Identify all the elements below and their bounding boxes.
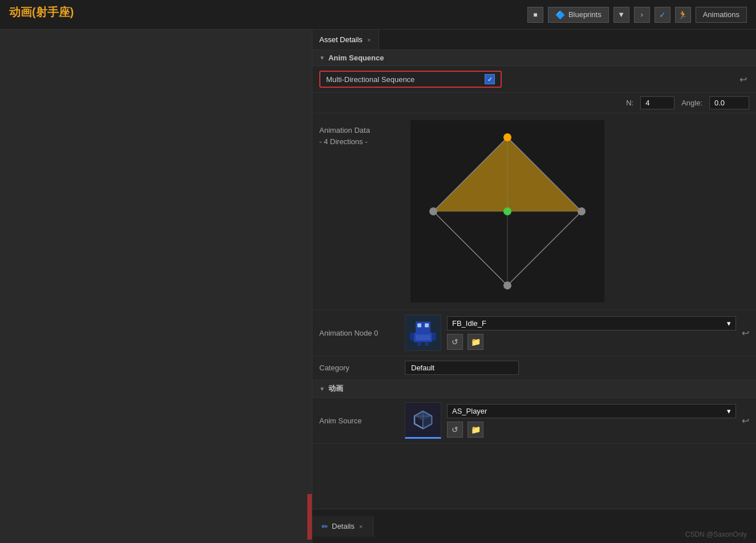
refresh-icon: ↺ — [452, 425, 458, 434]
left-panel — [0, 30, 312, 543]
category-row: Category — [312, 356, 756, 380]
animations-button[interactable]: Animations — [696, 7, 747, 23]
multi-directional-checkbox-container[interactable]: Multi-Directional Sequence ✓ — [319, 71, 502, 88]
anim-section-arrow: ▼ — [319, 386, 325, 392]
tab-asset-details-label: Asset Details — [319, 35, 363, 44]
anim-source-label: Anim Source — [319, 417, 399, 425]
blueprints-button[interactable]: 🔷 Blueprints — [548, 7, 609, 23]
anim-source-icon-row: ↺ 📁 — [447, 422, 736, 438]
person-btn[interactable]: 🏃 — [675, 7, 691, 23]
details-tab-close[interactable]: × — [358, 522, 364, 531]
n-label: N: — [626, 99, 633, 107]
diamond-area: Animation Data - 4 Directions - — [312, 113, 756, 310]
page-title: 动画(射手座) — [9, 5, 74, 20]
animation-node-thumbnail — [405, 315, 441, 351]
chevron-right-btn[interactable]: › — [634, 7, 650, 23]
anim-source-folder-btn[interactable]: 📁 — [468, 422, 483, 438]
anim-source-controls: AS_Player ▾ ↺ 📁 — [447, 404, 736, 438]
tab-details[interactable]: ✏ Details × — [312, 516, 373, 537]
folder-icon: 📁 — [471, 337, 481, 346]
refresh-icon: ↺ — [452, 337, 458, 346]
pencil-icon: ✏ — [322, 522, 328, 531]
dot-center — [503, 207, 511, 215]
folder-icon-btn[interactable]: 📁 — [468, 334, 483, 350]
dot-top — [503, 133, 511, 141]
top-bar: 动画(射手座) ■ 🔷 Blueprints ▼ › ✓ 🏃 Animation… — [0, 0, 756, 30]
anim-sequence-arrow: ▼ — [319, 55, 325, 61]
blueprints-icon: 🔷 — [555, 10, 565, 19]
svg-rect-14 — [425, 324, 429, 328]
angle-label: Angle: — [681, 99, 702, 107]
anim-source-refresh-btn[interactable]: ↺ — [447, 422, 463, 438]
anim-source-reset[interactable]: ↩ — [742, 415, 749, 426]
check-mark: ✓ — [487, 76, 493, 83]
svg-rect-13 — [417, 324, 421, 328]
refresh-icon-btn[interactable]: ↺ — [447, 334, 463, 350]
dot-right — [578, 207, 586, 215]
watermark-text: CSDN @SaxonOnly — [685, 530, 747, 538]
tab-asset-details-close[interactable]: × — [366, 35, 372, 44]
chevron-down-icon: ▾ — [727, 319, 731, 328]
multi-directional-row: Multi-Directional Sequence ✓ ↩ — [312, 66, 756, 93]
dot-bottom — [503, 281, 511, 289]
animation-node-dropdown[interactable]: FB_Idle_F ▾ — [447, 316, 736, 330]
svg-rect-12 — [425, 342, 429, 346]
animation-data-label: Animation Data - 4 Directions - — [319, 120, 399, 147]
anim-source-dropdown-value: AS_Player — [452, 407, 487, 415]
person-icon: 🏃 — [678, 10, 688, 19]
chevron-down-icon: ▼ — [617, 10, 625, 19]
cube-icon — [412, 409, 434, 431]
animation-node-icon-row: ↺ 📁 — [447, 334, 736, 350]
anim-source-thumbnail — [405, 402, 441, 439]
chevron-down-icon: ▾ — [727, 407, 731, 415]
diamond-svg — [410, 120, 604, 303]
top-bar-right: ■ 🔷 Blueprints ▼ › ✓ 🏃 Animations — [527, 7, 747, 23]
watermark: CSDN @SaxonOnly — [685, 530, 747, 538]
svg-rect-11 — [417, 342, 421, 346]
angle-input[interactable] — [709, 96, 749, 109]
svg-rect-10 — [432, 333, 436, 340]
tab-bar: Asset Details × — [312, 30, 756, 50]
animation-node-controls: FB_Idle_F ▾ ↺ 📁 — [447, 316, 736, 350]
svg-rect-9 — [410, 333, 414, 340]
multi-directional-reset[interactable]: ↩ — [737, 74, 749, 85]
animation-node-dropdown-value: FB_Idle_F — [452, 319, 486, 328]
folder-icon: 📁 — [471, 425, 481, 434]
anim-sequence-label: Anim Sequence — [328, 54, 384, 62]
chevron-right-icon: › — [641, 11, 643, 19]
anim-section-header[interactable]: ▼ 动画 — [312, 380, 756, 398]
blueprints-label: Blueprints — [568, 10, 601, 19]
anim-sequence-header[interactable]: ▼ Anim Sequence — [312, 50, 756, 66]
tab-asset-details[interactable]: Asset Details × — [312, 30, 379, 50]
panel-content: ▼ Anim Sequence Multi-Directional Sequen… — [312, 50, 756, 509]
dot-left — [429, 207, 437, 215]
animation-node-row: Animation Node 0 — [312, 310, 756, 356]
multi-directional-checkbox[interactable]: ✓ — [485, 74, 495, 84]
svg-rect-8 — [416, 334, 430, 340]
anim-source-dropdown[interactable]: AS_Player ▾ — [447, 404, 736, 418]
category-input[interactable] — [405, 361, 519, 375]
check-icon: ✓ — [659, 10, 666, 19]
animation-node-label: Animation Node 0 — [319, 329, 399, 337]
check-btn[interactable]: ✓ — [655, 7, 670, 23]
robot-pixel-art — [408, 318, 438, 348]
anim-source-row: Anim Source AS_Player ▾ ↺ — [312, 398, 756, 444]
left-panel-accent — [307, 494, 312, 540]
blueprints-dropdown[interactable]: ▼ — [613, 7, 629, 23]
n-angle-row: N: Angle: — [312, 93, 756, 113]
right-panel: Asset Details × ▼ Anim Sequence Multi-Di… — [312, 30, 756, 509]
animation-data-title: Animation Data — [319, 125, 399, 136]
animations-label: Animations — [703, 10, 739, 19]
monitor-icon-btn[interactable]: ■ — [527, 7, 543, 23]
anim-section-label: 动画 — [328, 383, 343, 394]
n-input[interactable] — [640, 96, 674, 109]
category-label: Category — [319, 364, 399, 372]
animation-data-sublabel: - 4 Directions - — [319, 136, 399, 148]
details-tab-label: Details — [332, 522, 355, 530]
animation-node-reset[interactable]: ↩ — [742, 328, 749, 338]
diamond-canvas — [410, 120, 604, 303]
multi-directional-label: Multi-Directional Sequence — [326, 75, 480, 84]
